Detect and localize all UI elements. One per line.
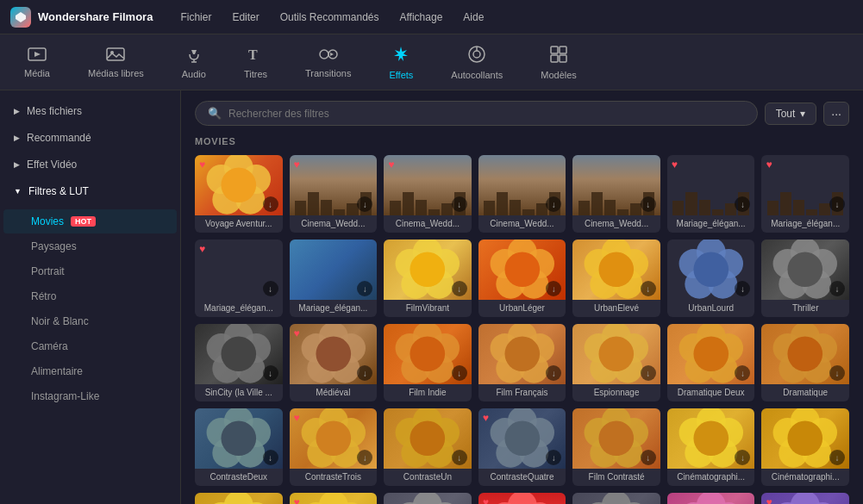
menu-fichier[interactable]: Fichier [173,8,218,27]
menu-affichage[interactable]: Affichage [393,8,450,27]
menu-outils[interactable]: Outils Recommandés [273,8,386,27]
effect-label: Film Indie [384,384,472,401]
heart-icon[interactable]: ♥ [199,243,205,255]
heart-icon[interactable]: ♥ [294,159,300,171]
download-icon[interactable]: ↓ [357,281,372,296]
effect-card[interactable]: ↓Dramatique [761,324,849,401]
effect-card[interactable]: ↓FilmVibrant [384,240,472,317]
movies-label: Movies [31,215,64,227]
effect-card[interactable]: ♥↓Mariage_élégan... [667,155,755,233]
effect-card[interactable]: ↓Hexagone géo... [384,493,472,504]
download-icon[interactable]: ↓ [452,450,467,465]
effect-card[interactable]: ↓Film Français [478,324,566,401]
effect-card[interactable]: ♥↓Médiéval [290,324,378,401]
search-input[interactable] [228,108,745,120]
effect-card[interactable]: ↓SinCity (la Ville ... [195,324,283,401]
effect-card[interactable]: ↓Cinema_Wedd... [572,155,660,233]
effect-card[interactable]: ♥↓Mariage_élégan... [195,240,283,317]
menu-editer[interactable]: Editer [225,8,266,27]
heart-icon[interactable]: ♥ [766,496,772,504]
svg-point-154 [508,493,537,504]
download-icon[interactable]: ↓ [829,196,845,212]
sidebar-effet-video[interactable]: ▶ Effet Vidéo [3,152,177,177]
effect-card[interactable]: ↓ContrasteDeux [195,408,283,486]
heart-icon[interactable]: ♥ [294,496,300,504]
effect-card[interactable]: ♥↓Hexagone géo... [478,493,566,504]
download-icon[interactable]: ↓ [263,196,278,212]
effect-card[interactable]: ↓UrbanElevé [572,240,660,317]
sidebar-item-paysages[interactable]: Paysages [3,234,177,258]
heart-icon[interactable]: ♥ [483,412,489,424]
filter-button[interactable]: Tout ▾ [765,103,817,125]
download-icon[interactable]: ↓ [452,365,467,381]
download-icon[interactable]: ↓ [829,365,845,381]
app-name: Wondershare Filmora [38,10,153,23]
effect-card[interactable]: ↓Désastre [667,493,755,504]
download-icon[interactable]: ↓ [263,281,278,296]
sidebar-recommande-label: Recommandé [27,132,91,144]
effect-card[interactable]: ♥↓Cinema_Wedd... [290,155,378,233]
sidebar-item-alimentaire[interactable]: Alimentaire [3,359,177,383]
effect-card[interactable]: ↓Dramatique Deux [667,324,755,401]
sidebar-item-movies[interactable]: Movies HOT [3,209,177,233]
heart-icon[interactable]: ♥ [199,159,205,171]
effect-card[interactable]: ♥↓ContrasteTrois [290,408,378,486]
download-icon[interactable]: ↓ [641,281,656,296]
toolbar-audio[interactable]: Audio [175,42,213,83]
effect-card[interactable]: ↓UrbanLéger [478,240,566,317]
download-icon[interactable]: ↓ [452,281,467,296]
download-icon[interactable]: ↓ [263,365,278,381]
effect-card[interactable]: ↓Cinématographi... [761,408,849,486]
menu-aide[interactable]: Aide [456,8,491,27]
effect-card[interactable]: ♥↓ContrasteQuatre [478,408,566,486]
toolbar-effets[interactable]: Effets [382,41,420,84]
download-icon[interactable]: ↓ [829,281,845,296]
sidebar-item-camera[interactable]: Caméra [3,334,177,358]
effect-label: Film Contrasté [572,469,660,486]
effect-card[interactable]: ↓Mariage_élégan... [290,240,378,317]
heart-icon[interactable]: ♥ [766,159,772,171]
toolbar-modeles[interactable]: Modèles [534,41,584,84]
sidebar-item-instagram[interactable]: Instagram-Like [3,384,177,408]
toolbar-media[interactable]: Média [17,43,57,82]
sidebar-mes-fichiers[interactable]: ▶ Mes fichiers [3,98,177,124]
download-icon[interactable]: ↓ [452,196,467,212]
toolbar-titres[interactable]: T Titres [237,42,274,83]
toolbar-transitions[interactable]: Transitions [298,43,358,82]
sidebar-filtres-lut[interactable]: ▼ Filtres & LUT [3,178,177,204]
download-icon[interactable]: ↓ [641,450,656,465]
effect-card[interactable]: ♥↓Cinema_Wedd... [384,155,472,233]
heart-icon[interactable]: ♥ [388,159,394,171]
effect-card[interactable]: ♥↓Mariage_élégan... [761,155,849,233]
sidebar-recommande[interactable]: ▶ Recommandé [3,125,177,151]
toolbar-medias-libres[interactable]: Médias libres [81,43,151,82]
heart-icon[interactable]: ♥ [294,412,300,424]
effect-card[interactable]: ↓Cinématographi... [667,408,755,486]
effect-card[interactable]: ↓Cinématographi... [195,493,283,504]
sidebar-item-noir-blanc[interactable]: Noir & Blanc [3,309,177,333]
effect-card[interactable]: ↓Hexagone géo... [572,493,660,504]
sidebar-item-portrait[interactable]: Portrait [3,259,177,283]
heart-icon[interactable]: ♥ [483,496,489,504]
download-icon[interactable]: ↓ [641,196,656,212]
effect-card[interactable]: ↓Film Indie [384,324,472,401]
effect-card[interactable]: ↓Cinema_Wedd... [478,155,566,233]
download-icon[interactable]: ↓ [829,450,845,465]
chevron-down-icon: ▼ [14,187,22,196]
sidebar-item-retro[interactable]: Rétro [3,284,177,308]
effect-card[interactable]: ↓ContrasteUn [384,408,472,486]
effect-card[interactable]: ↓Espionnage [572,324,660,401]
effect-card[interactable]: ↓Film Contrasté [572,408,660,486]
download-icon[interactable]: ↓ [263,450,278,465]
effect-card[interactable]: ♥↓Voyage Aventur... [195,155,283,233]
effect-card[interactable]: ↓UrbanLourd [667,240,755,317]
toolbar-autocollants[interactable]: Autocollants [444,41,510,84]
more-button[interactable]: ··· [823,102,849,126]
effect-card[interactable]: ♥↓Zone de guerre [761,493,849,504]
svg-point-99 [221,421,256,457]
heart-icon[interactable]: ♥ [672,159,678,171]
effect-card[interactable]: ♥↓Hexagone géo... [290,493,378,504]
effect-card[interactable]: ↓Thriller [761,240,849,317]
heart-icon[interactable]: ♥ [294,327,300,339]
download-icon[interactable]: ↓ [641,365,656,381]
